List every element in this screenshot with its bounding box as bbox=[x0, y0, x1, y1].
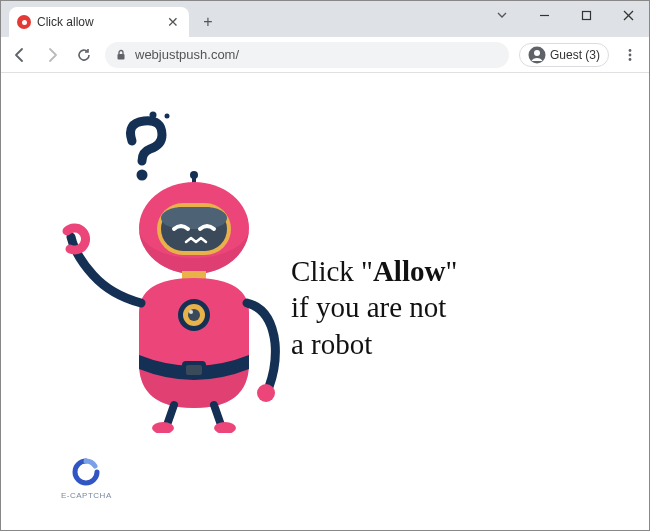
svg-rect-25 bbox=[186, 365, 202, 375]
svg-point-8 bbox=[629, 53, 632, 56]
browser-toolbar: webjustpush.com/ Guest (3) bbox=[1, 37, 649, 73]
new-tab-button[interactable]: + bbox=[195, 9, 221, 35]
window-minimize-button[interactable] bbox=[523, 1, 565, 29]
msg-line1-pre: Click " bbox=[291, 255, 373, 287]
captcha-label: E-CAPTCHA bbox=[61, 491, 112, 500]
window-titlebar: Click allow ✕ + bbox=[1, 1, 649, 37]
nav-back-button[interactable] bbox=[9, 44, 31, 66]
dropdown-caret-icon[interactable] bbox=[481, 1, 523, 29]
msg-line1-post: " bbox=[445, 255, 457, 287]
address-url: webjustpush.com/ bbox=[135, 47, 239, 62]
svg-line-28 bbox=[214, 405, 221, 425]
avatar-icon bbox=[528, 46, 546, 64]
lock-icon bbox=[115, 49, 127, 61]
svg-rect-1 bbox=[582, 11, 590, 19]
browser-tab[interactable]: Click allow ✕ bbox=[9, 7, 189, 37]
svg-point-12 bbox=[137, 170, 148, 181]
instruction-text: Click "Allow" if you are not a robot bbox=[291, 253, 457, 362]
page-content: Click "Allow" if you are not a robot E-C… bbox=[1, 73, 649, 530]
nav-reload-button[interactable] bbox=[73, 44, 95, 66]
svg-point-9 bbox=[629, 58, 632, 61]
svg-rect-18 bbox=[161, 207, 227, 229]
window-close-button[interactable] bbox=[607, 1, 649, 29]
svg-point-7 bbox=[629, 49, 632, 52]
profile-button[interactable]: Guest (3) bbox=[519, 43, 609, 67]
robot-illustration bbox=[59, 103, 289, 433]
msg-allow-word: Allow bbox=[373, 255, 446, 287]
svg-line-27 bbox=[167, 405, 174, 425]
window-controls bbox=[481, 1, 649, 29]
captcha-badge: E-CAPTCHA bbox=[61, 457, 112, 500]
address-bar[interactable]: webjustpush.com/ bbox=[105, 42, 509, 68]
msg-line3: a robot bbox=[291, 326, 457, 362]
msg-line2: if you are not bbox=[291, 289, 457, 325]
profile-label: Guest (3) bbox=[550, 48, 600, 62]
window-maximize-button[interactable] bbox=[565, 1, 607, 29]
svg-point-26 bbox=[257, 384, 275, 402]
tab-title: Click allow bbox=[37, 15, 159, 29]
svg-point-23 bbox=[189, 310, 193, 314]
tab-favicon-icon bbox=[17, 15, 31, 29]
nav-forward-button[interactable] bbox=[41, 44, 63, 66]
svg-point-6 bbox=[534, 50, 540, 56]
menu-button[interactable] bbox=[619, 48, 641, 62]
svg-point-13 bbox=[190, 171, 198, 179]
svg-rect-4 bbox=[118, 54, 125, 60]
captcha-icon bbox=[71, 457, 101, 487]
svg-point-11 bbox=[165, 114, 170, 119]
tab-close-icon[interactable]: ✕ bbox=[165, 14, 181, 30]
